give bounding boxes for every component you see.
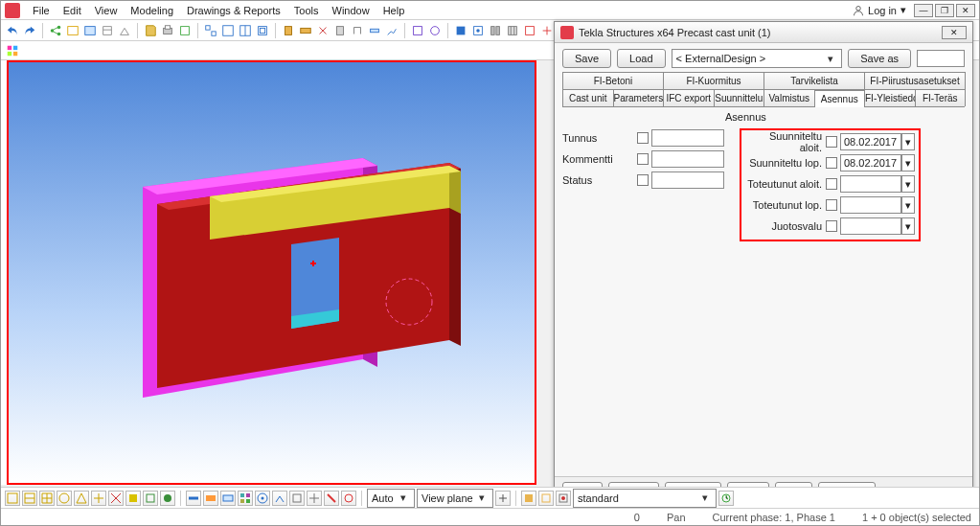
tab-fi-betoni[interactable]: FI-Betoni <box>562 72 664 89</box>
input-tot-aloit[interactable] <box>840 175 901 193</box>
chk-status[interactable] <box>637 174 649 186</box>
chk-tot-lop[interactable] <box>826 199 837 211</box>
tool-btn-16[interactable] <box>298 23 313 38</box>
window-minimize[interactable]: — <box>914 4 933 17</box>
tool-btn-21[interactable] <box>384 23 399 38</box>
window-restore[interactable]: ❐ <box>935 4 954 17</box>
tool-btn-13[interactable] <box>238 23 253 38</box>
tool-btn-15[interactable] <box>281 23 296 38</box>
tool-btn-11[interactable] <box>203 23 218 38</box>
menu-window[interactable]: Window <box>326 1 376 20</box>
menu-view[interactable]: View <box>88 1 125 20</box>
bb-19[interactable] <box>324 491 339 506</box>
chk-juotosvalu[interactable] <box>826 220 837 232</box>
3d-viewport[interactable] <box>7 60 536 485</box>
bb-16[interactable] <box>272 491 287 506</box>
dd-juotosvalu[interactable]: ▾ <box>901 217 915 235</box>
save-as-name[interactable] <box>917 50 965 67</box>
tab-fi-piirustus[interactable]: FI-Piirustusasetukset <box>864 72 966 89</box>
tab-fi-yleistiedot[interactable]: FI-Yleistiedot <box>864 89 916 106</box>
tab-parameters[interactable]: Parameters <box>613 89 665 106</box>
tab-tarvikelista[interactable]: Tarvikelista <box>763 72 865 89</box>
bb-6[interactable] <box>91 491 106 506</box>
tool-btn-4[interactable] <box>65 23 80 38</box>
bb-1[interactable] <box>5 491 20 506</box>
bb-7[interactable] <box>108 491 124 506</box>
tool-btn-20[interactable] <box>367 23 382 38</box>
bb-13[interactable] <box>220 491 236 506</box>
dialog-close[interactable]: ✕ <box>942 26 967 39</box>
bb-3[interactable] <box>39 491 55 506</box>
bb-25[interactable] <box>718 491 734 506</box>
tool-btn-27[interactable] <box>505 23 520 38</box>
tab-asennus[interactable]: Asennus <box>814 90 866 107</box>
tab-suunnittelu[interactable]: Suunnittelu <box>714 89 765 106</box>
chk-suun-lop[interactable] <box>826 157 837 169</box>
chk-suun-aloit[interactable] <box>826 136 837 148</box>
tool-btn-7[interactable] <box>117 23 132 38</box>
dd-tot-aloit[interactable]: ▾ <box>901 175 915 193</box>
tab-fi-teras[interactable]: FI-Teräs <box>915 89 967 106</box>
bb-22[interactable] <box>521 491 536 506</box>
tool-btn-23[interactable] <box>427 23 443 38</box>
bb-8[interactable] <box>125 491 141 506</box>
tool-btn-17[interactable] <box>315 23 330 38</box>
tool-print-icon[interactable] <box>160 23 175 38</box>
tool-save-icon[interactable] <box>143 23 158 38</box>
tab-ifc-export[interactable]: IFC export <box>663 89 715 106</box>
bb-14[interactable] <box>238 491 253 506</box>
bb-17[interactable] <box>289 491 305 506</box>
bb-24[interactable] <box>556 491 571 506</box>
menu-file[interactable]: File <box>26 1 57 20</box>
dd-suun-aloit[interactable]: ▾ <box>901 133 915 150</box>
bb-2[interactable] <box>22 491 37 506</box>
chk-kommentti[interactable] <box>637 153 649 165</box>
tab-fi-kuormitus[interactable]: FI-Kuormitus <box>663 72 764 89</box>
tool-btn-29[interactable] <box>539 23 555 38</box>
bb-12[interactable] <box>203 491 218 506</box>
bb-5[interactable] <box>74 491 89 506</box>
save-button[interactable]: Save <box>562 49 611 68</box>
dialog-titlebar[interactable]: Tekla Structures x64 Precast cast unit (… <box>555 22 972 43</box>
tool-btn-28[interactable] <box>522 23 537 38</box>
dd-suun-lop[interactable]: ▾ <box>901 154 915 172</box>
chk-tunnus[interactable] <box>637 132 649 144</box>
login-button[interactable]: Log in ▾ <box>853 4 906 16</box>
auto-select[interactable]: Auto▾ <box>367 489 415 508</box>
tool-btn-18[interactable] <box>332 23 348 38</box>
bb-23[interactable] <box>538 491 554 506</box>
bb-10[interactable] <box>160 491 175 506</box>
tool-btn-14[interactable] <box>255 23 270 38</box>
input-suun-lop[interactable]: 08.02.2017 <box>840 154 901 172</box>
load-button[interactable]: Load <box>617 49 665 68</box>
bb-20[interactable] <box>341 491 356 506</box>
tool-btn-5[interactable] <box>82 23 98 38</box>
tool-btn-12[interactable] <box>220 23 236 38</box>
bb-4[interactable] <box>57 491 72 506</box>
bb-9[interactable] <box>143 491 158 506</box>
menu-tools[interactable]: Tools <box>287 1 326 20</box>
viewplane-select[interactable]: View plane▾ <box>417 489 493 508</box>
tool-redo[interactable] <box>22 23 37 38</box>
tool-btn-22[interactable] <box>410 23 425 38</box>
menu-edit[interactable]: Edit <box>57 1 88 20</box>
standard-select[interactable]: standard▾ <box>573 489 717 508</box>
chk-tot-aloit[interactable] <box>826 178 837 190</box>
tab-cast-unit[interactable]: Cast unit <box>562 89 614 106</box>
design-select[interactable]: < ExternalDesign > ▾ <box>672 49 843 68</box>
tool-btn-24[interactable] <box>453 23 468 38</box>
save-as-button[interactable]: Save as <box>848 49 911 68</box>
input-status[interactable] <box>651 172 724 189</box>
dd-tot-lop[interactable]: ▾ <box>901 196 915 214</box>
tool-btn-10[interactable] <box>177 23 193 38</box>
input-suun-aloit[interactable]: 08.02.2017 <box>840 133 901 150</box>
menu-modeling[interactable]: Modeling <box>124 1 180 20</box>
tool-btn-26[interactable] <box>488 23 503 38</box>
menu-drawings[interactable]: Drawings & Reports <box>180 1 287 20</box>
bb-11[interactable] <box>186 491 201 506</box>
input-tunnus[interactable] <box>651 129 724 147</box>
tool2-btn-1[interactable] <box>5 43 20 58</box>
menu-help[interactable]: Help <box>376 1 412 20</box>
tool-undo[interactable] <box>5 23 20 38</box>
bb-18[interactable] <box>307 491 322 506</box>
